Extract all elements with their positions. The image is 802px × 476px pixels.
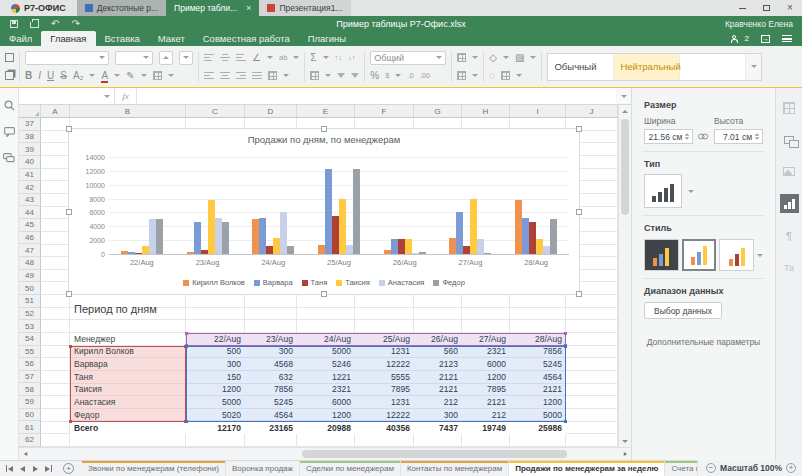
row-header-40[interactable]: 40 <box>19 156 41 169</box>
close-button[interactable]: × <box>778 0 802 16</box>
row-header-49[interactable]: 49 <box>19 270 41 283</box>
select-all-corner[interactable] <box>19 105 41 118</box>
row-header-42[interactable]: 42 <box>19 181 41 194</box>
strikethrough-icon[interactable]: S <box>60 71 67 81</box>
sheet-tab[interactable]: Продажи по менеджерам за неделю <box>509 461 665 476</box>
redo-icon[interactable]: ↷ <box>71 19 79 29</box>
column-header-E[interactable]: E <box>297 105 355 118</box>
search-icon[interactable] <box>4 100 15 111</box>
row-header-41[interactable]: 41 <box>19 169 41 182</box>
table-total-label[interactable]: Всего <box>70 421 186 434</box>
column-header-G[interactable]: G <box>414 105 462 118</box>
chart-style-thumb-dark[interactable] <box>644 239 679 271</box>
horizontal-scroll-thumb[interactable] <box>302 450 567 458</box>
table-cell-name[interactable]: Анастасия <box>70 396 186 409</box>
align-middle-icon[interactable] <box>220 54 230 62</box>
cell-style-normal[interactable]: Обычный <box>548 54 614 80</box>
filter-icon[interactable] <box>337 73 345 78</box>
table-cell-value[interactable]: 1200 <box>297 409 355 422</box>
table-header-date[interactable]: 27/Aug <box>462 333 510 346</box>
italic-icon[interactable]: I <box>38 71 41 81</box>
row-header-55[interactable]: 55 <box>19 346 41 359</box>
table-total-value[interactable]: 25986 <box>510 421 566 434</box>
named-ranges-icon[interactable] <box>310 71 319 80</box>
row-header-51[interactable]: 51 <box>19 295 41 308</box>
table-cell-value[interactable]: 212 <box>414 396 462 409</box>
clear-icon[interactable]: ◇ <box>489 53 497 63</box>
style-gallery-more-icon[interactable] <box>746 54 761 80</box>
conditional-format-icon[interactable]: ◌ <box>489 71 495 81</box>
hamburger-menu-icon[interactable] <box>782 35 792 42</box>
row-header-37[interactable]: 37 <box>19 118 41 131</box>
column-header-H[interactable]: H <box>462 105 510 118</box>
highlight-color-icon[interactable]: ✎ <box>126 71 134 81</box>
row-header-52[interactable]: 52 <box>19 308 41 321</box>
table-cell-value[interactable]: 6000 <box>297 396 355 409</box>
paste-icon[interactable] <box>5 53 14 62</box>
table-cell-value[interactable]: 2121 <box>462 396 510 409</box>
formula-input[interactable] <box>137 88 616 104</box>
row-header-43[interactable]: 43 <box>19 194 41 207</box>
table-cell-value[interactable]: 1221 <box>297 371 355 384</box>
sheet-tab[interactable]: Звонки по менеджерам (телефони) <box>82 461 226 476</box>
insert-cells-icon[interactable] <box>457 53 466 62</box>
table-cell-name[interactable]: Кирилл Волков <box>70 346 186 359</box>
first-sheet-icon[interactable] <box>3 461 16 476</box>
name-box[interactable] <box>19 88 115 104</box>
textart-settings-icon[interactable]: Та <box>780 258 799 277</box>
currency-style-icon[interactable]: $ <box>385 72 389 80</box>
table-header-date[interactable]: 23/Aug <box>245 333 297 346</box>
table-cell-value[interactable]: 300 <box>245 346 297 359</box>
column-header-F[interactable]: F <box>355 105 414 118</box>
table-cell-value[interactable]: 5246 <box>297 358 355 371</box>
horizontal-scrollbar[interactable] <box>19 447 631 460</box>
table-cell-value[interactable]: 560 <box>414 346 462 359</box>
table-cell-value[interactable]: 5000 <box>297 346 355 359</box>
subscript-icon[interactable]: A₂ <box>73 71 84 81</box>
menu-tab-файл[interactable]: Файл <box>0 31 41 46</box>
row-header-54[interactable]: 54 <box>19 333 41 346</box>
copy-style-icon[interactable]: ▨ <box>515 53 524 63</box>
chart-style-thumb-selected[interactable] <box>682 239 717 271</box>
row-header-38[interactable]: 38 <box>19 131 41 144</box>
align-right-icon[interactable] <box>236 72 246 80</box>
chart-type-button[interactable] <box>644 174 682 208</box>
clear-filter-icon[interactable] <box>351 73 359 78</box>
table-cell-name[interactable]: Федор <box>70 409 186 422</box>
zoom-in-icon[interactable]: + <box>786 463 796 473</box>
shape-settings-icon[interactable] <box>780 130 799 149</box>
row-header-45[interactable]: 45 <box>19 219 41 232</box>
row-header-60[interactable]: 60 <box>19 409 41 422</box>
lock-ratio-icon[interactable] <box>698 133 708 140</box>
sort-asc-icon[interactable]: ↑↓ <box>335 54 343 62</box>
window-tab-presentation[interactable]: Презентация1... <box>259 0 350 16</box>
chart-type-caret-icon[interactable] <box>688 190 694 193</box>
table-cell-name[interactable]: Таисия <box>70 384 186 397</box>
zoom-out-icon[interactable]: − <box>706 463 716 473</box>
table-cell-value[interactable]: 300 <box>414 409 462 422</box>
table-cell-value[interactable]: 5000 <box>510 409 566 422</box>
table-cell-value[interactable]: 4564 <box>245 409 297 422</box>
table-header-manager[interactable]: Менеджер <box>70 333 186 346</box>
chart-object[interactable]: Продажи по дням, по менеджерам 020004000… <box>68 128 580 295</box>
table-header-date[interactable]: 22/Aug <box>186 333 245 346</box>
decrease-font-icon[interactable] <box>179 51 193 65</box>
row-header-57[interactable]: 57 <box>19 371 41 384</box>
column-header-C[interactable]: C <box>186 105 245 118</box>
row-header-62[interactable]: 62 <box>19 434 41 447</box>
table-cell-value[interactable]: 5245 <box>245 396 297 409</box>
chart-handle-ne[interactable] <box>576 126 582 132</box>
table-cell-value[interactable]: 4568 <box>245 358 297 371</box>
scroll-left-icon[interactable] <box>19 448 31 460</box>
comments-icon[interactable] <box>4 127 15 137</box>
table-cell-value[interactable]: 1200 <box>186 384 245 397</box>
row-header-39[interactable]: 39 <box>19 143 41 156</box>
spreadsheet-grid[interactable]: ABCDEFGHIJ 37383940414243444546474849505… <box>19 105 618 447</box>
table-cell-value[interactable]: 1231 <box>355 346 414 359</box>
height-stepper[interactable] <box>754 133 760 140</box>
image-settings-icon[interactable] <box>780 162 799 181</box>
print-icon[interactable] <box>30 22 39 28</box>
font-name-select[interactable] <box>25 51 109 65</box>
chart-handle-e[interactable] <box>576 209 582 215</box>
fx-icon[interactable]: fx <box>115 88 137 104</box>
